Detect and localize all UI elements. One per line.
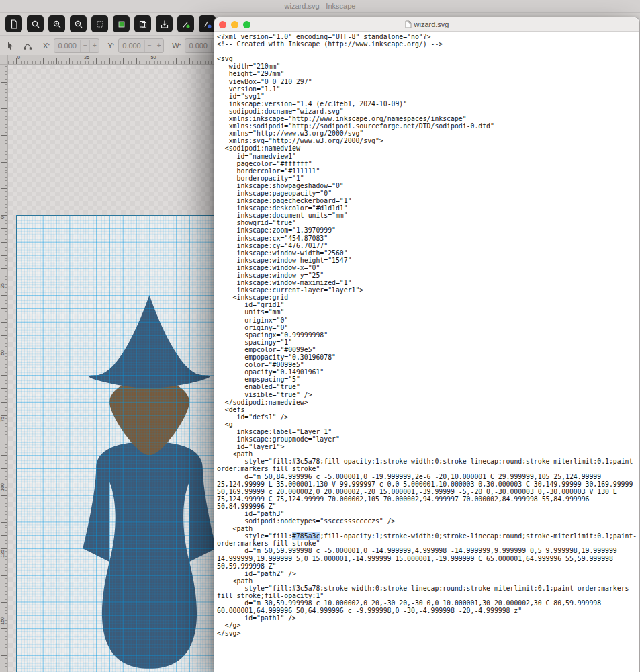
ruler-v-label: 150 xyxy=(0,617,5,625)
wizard-hat[interactable] xyxy=(89,295,210,388)
ruler-v-label: 25 xyxy=(0,283,5,288)
color-swatch-icon[interactable] xyxy=(113,15,130,32)
selector-cursor-icon[interactable] xyxy=(4,39,17,52)
ruler-v-label: 100 xyxy=(0,483,5,491)
y-increment-button[interactable]: + xyxy=(154,40,163,52)
zoom-in-icon[interactable] xyxy=(48,15,65,32)
duplicate-icon[interactable] xyxy=(134,15,151,32)
inkscape-titlebar[interactable]: wizard.svg - Inkscape xyxy=(0,0,640,13)
ruler-corner xyxy=(0,55,8,65)
x-increment-button[interactable]: + xyxy=(89,40,99,52)
x-label: X: xyxy=(43,42,50,50)
x-value: 0.000 xyxy=(54,42,80,50)
editor-body[interactable]: <?xml version="1.0" encoding="UTF-8" sta… xyxy=(214,32,639,672)
crop-icon[interactable] xyxy=(91,15,108,32)
document-icon xyxy=(405,20,412,28)
ruler-v-label: 50 xyxy=(0,350,5,355)
paste-icon[interactable] xyxy=(156,15,173,32)
editor-titlebar[interactable]: wizard.svg xyxy=(214,17,639,32)
node-editor-icon[interactable] xyxy=(21,39,35,52)
ruler-vertical[interactable]: 0255075100125150 xyxy=(0,65,8,672)
ruler-v-label: 75 xyxy=(0,417,5,422)
magnifier-icon[interactable] xyxy=(27,15,44,32)
x-decrement-button[interactable]: − xyxy=(80,40,89,52)
editor-text[interactable]: <?xml version="1.0" encoding="UTF-8" sta… xyxy=(217,33,639,637)
ruler-h-label: 25 xyxy=(84,55,89,60)
snap-icon[interactable] xyxy=(177,15,194,32)
text-editor-window: wizard.svg <?xml version="1.0" encoding=… xyxy=(214,17,640,672)
y-value: 0.000 xyxy=(119,42,144,50)
y-input[interactable]: 0.000 − + xyxy=(118,38,164,53)
ruler-h-label: 0 xyxy=(17,55,20,60)
editor-title-text: wizard.svg xyxy=(414,20,449,28)
wizard-robe[interactable] xyxy=(83,442,216,668)
inkscape-window: wizard.svg - Inkscape X: 0.000 − + Y: 0.… xyxy=(0,0,640,672)
y-label: Y: xyxy=(107,42,114,50)
ruler-v-label: 0 xyxy=(0,216,5,219)
minimize-button[interactable] xyxy=(231,21,238,28)
close-button[interactable] xyxy=(219,21,226,28)
y-decrement-button[interactable]: − xyxy=(144,40,154,52)
inkscape-window-title: wizard.svg - Inkscape xyxy=(285,2,356,10)
ruler-v-label: 125 xyxy=(0,550,5,558)
new-document-icon[interactable] xyxy=(5,15,22,32)
zoom-out-icon[interactable] xyxy=(70,15,87,32)
ruler-h-label: 50 xyxy=(151,55,156,60)
zoom-window-button[interactable] xyxy=(243,21,250,28)
w-value: 0.000 xyxy=(185,42,211,50)
x-input[interactable]: 0.000 − + xyxy=(54,38,99,53)
w-label: W: xyxy=(172,42,181,50)
editor-title: wizard.svg xyxy=(214,20,639,28)
